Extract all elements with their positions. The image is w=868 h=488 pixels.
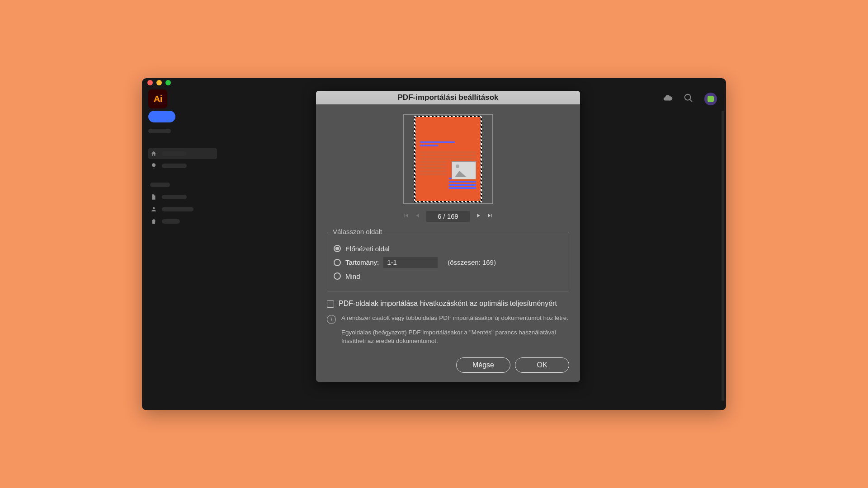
sidebar-item-shared[interactable] bbox=[148, 204, 217, 215]
info-text-2: Egyoldalas (beágyazott) PDF importálásak… bbox=[341, 328, 569, 346]
radio-icon bbox=[334, 272, 341, 280]
window-titlebar bbox=[142, 78, 726, 87]
radio-all[interactable]: Mind bbox=[334, 272, 562, 280]
person-icon bbox=[150, 206, 157, 212]
radio-range[interactable]: Tartomány: (összesen: 169) bbox=[334, 257, 562, 268]
page-thumbnail bbox=[414, 116, 482, 202]
lightbulb-icon bbox=[150, 163, 157, 169]
scrollbar[interactable] bbox=[722, 111, 724, 401]
cloud-icon[interactable] bbox=[663, 93, 673, 105]
info-text-1: A rendszer csatolt vagy többoldalas PDF … bbox=[341, 314, 569, 323]
home-icon bbox=[150, 150, 157, 157]
ok-button[interactable]: OK bbox=[515, 357, 569, 373]
user-avatar[interactable] bbox=[704, 93, 717, 105]
import-as-link-checkbox[interactable]: PDF-oldalak importálása hivatkozásként a… bbox=[327, 300, 569, 308]
page-navigator bbox=[327, 211, 569, 222]
primary-action-button[interactable] bbox=[148, 111, 175, 122]
select-page-fieldset: Válasszon oldalt Előnézeti oldal Tartomá… bbox=[327, 232, 569, 291]
checkbox-label: PDF-oldalak importálása hivatkozásként a… bbox=[339, 300, 557, 308]
app-icon: Ai bbox=[148, 89, 167, 108]
close-window-button[interactable] bbox=[147, 80, 153, 85]
sidebar-item-home[interactable] bbox=[148, 148, 217, 159]
app-window: Ai bbox=[142, 78, 726, 410]
sidebar-item-deleted[interactable] bbox=[148, 216, 217, 227]
prev-page-button[interactable] bbox=[415, 212, 421, 220]
file-icon bbox=[150, 194, 157, 200]
radio-icon bbox=[334, 259, 341, 266]
first-page-button[interactable] bbox=[403, 212, 409, 220]
last-page-button[interactable] bbox=[487, 212, 493, 220]
next-page-button[interactable] bbox=[475, 212, 481, 220]
search-icon[interactable] bbox=[684, 93, 693, 105]
radio-label: Tartomány: bbox=[345, 258, 379, 266]
radio-label: Mind bbox=[345, 272, 360, 280]
minimize-window-button[interactable] bbox=[156, 80, 162, 85]
total-pages-label: (összesen: 169) bbox=[448, 258, 496, 266]
info-note: i A rendszer csatolt vagy többoldalas PD… bbox=[327, 314, 569, 346]
sidebar-item-learn[interactable] bbox=[148, 160, 217, 171]
radio-label: Előnézeti oldal bbox=[345, 245, 390, 253]
zoom-window-button[interactable] bbox=[165, 80, 171, 85]
sidebar-item-files[interactable] bbox=[148, 192, 217, 202]
radio-icon bbox=[334, 245, 341, 252]
info-icon: i bbox=[327, 315, 336, 324]
sidebar-section-label bbox=[150, 183, 170, 187]
sidebar-label bbox=[148, 129, 171, 133]
radio-preview-page[interactable]: Előnézeti oldal bbox=[334, 245, 562, 253]
cancel-button[interactable]: Mégse bbox=[456, 357, 510, 373]
page-number-input[interactable] bbox=[426, 211, 470, 222]
checkbox-icon bbox=[327, 300, 334, 308]
image-placeholder-icon bbox=[452, 161, 476, 179]
fieldset-legend: Válasszon oldalt bbox=[331, 228, 384, 235]
page-preview bbox=[403, 114, 493, 204]
range-input[interactable] bbox=[383, 257, 438, 268]
pdf-import-dialog: PDF-importálási beállítások bbox=[316, 91, 580, 382]
sidebar bbox=[142, 111, 223, 228]
dialog-title: PDF-importálási beállítások bbox=[316, 91, 580, 104]
trash-icon bbox=[150, 218, 157, 225]
